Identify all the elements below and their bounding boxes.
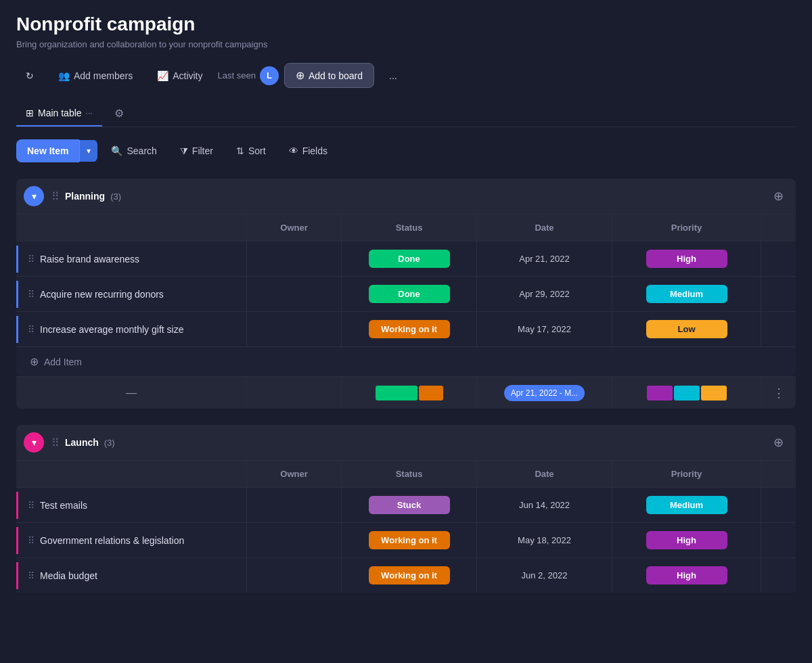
row-actions-cell xyxy=(761,523,796,557)
col-header-priority: Priority xyxy=(612,461,761,487)
row-owner-cell xyxy=(246,523,341,557)
row-drag-handle[interactable]: ⠿ xyxy=(28,535,35,546)
priority-badge[interactable]: High xyxy=(646,566,727,585)
launch-toggle[interactable]: ▾ xyxy=(16,432,51,453)
launch-section-header: ▾ ⠿ Launch (3) ⊕ xyxy=(16,425,796,460)
launch-drag-handle[interactable]: ⠿ xyxy=(51,436,60,449)
col-header-add xyxy=(761,214,796,241)
action-bar: New Item ▾ 🔍 Search ⧩ Filter ⇅ Sort 👁 Fi… xyxy=(16,139,796,162)
planning-collapse-button[interactable]: ▾ xyxy=(24,186,44,206)
row-status-cell[interactable]: Stuck xyxy=(341,488,476,522)
add-item-label: Add Item xyxy=(44,357,82,367)
row-actions-cell xyxy=(761,312,796,346)
fields-button[interactable]: 👁 Fields xyxy=(279,140,337,162)
status-badge[interactable]: Stuck xyxy=(369,496,450,514)
row-status-cell[interactable]: Working on it xyxy=(341,523,476,557)
status-badge[interactable]: Working on it xyxy=(369,531,450,549)
summary-more-button[interactable]: ⋮ xyxy=(767,383,790,403)
row-status-cell[interactable]: Working on it xyxy=(341,312,476,346)
activity-button[interactable]: 📈 Activity xyxy=(148,65,212,87)
row-status-cell[interactable]: Done xyxy=(341,242,476,276)
summary-date-cell: Apr 21, 2022 - M... xyxy=(476,377,612,409)
date-range-badge: Apr 21, 2022 - M... xyxy=(504,385,585,401)
row-drag-handle[interactable]: ⠿ xyxy=(28,570,35,581)
planning-name: Planning xyxy=(65,191,105,202)
row-owner-cell xyxy=(246,312,341,346)
row-priority-cell[interactable]: Low xyxy=(612,312,761,346)
add-to-board-button[interactable]: ⊕ Add to board xyxy=(284,63,374,88)
status-badge[interactable]: Working on it xyxy=(369,320,450,338)
row-priority-cell[interactable]: High xyxy=(612,523,761,557)
new-item-dropdown-button[interactable]: ▾ xyxy=(79,140,97,162)
last-seen-label: Last seen xyxy=(218,70,256,81)
status-badge[interactable]: Done xyxy=(369,250,450,268)
activity-icon: 📈 xyxy=(157,70,168,81)
summary-priority-bars xyxy=(647,386,727,401)
row-owner-cell xyxy=(246,488,341,522)
row-name-cell: ⠿ Media budget xyxy=(16,562,246,589)
status-badge[interactable]: Done xyxy=(369,285,450,303)
priority-badge[interactable]: Low xyxy=(646,320,727,338)
page-title: Nonprofit campaign xyxy=(16,14,796,35)
row-status-cell[interactable]: Working on it xyxy=(341,558,476,593)
table-row: ⠿ Test emails Stuck Jun 14, 2022 Medium xyxy=(16,487,796,522)
filter-button[interactable]: ⧩ Filter xyxy=(171,140,223,162)
table-icon: ⊞ xyxy=(26,108,34,118)
row-status-cell[interactable]: Done xyxy=(341,277,476,311)
priority-badge[interactable]: High xyxy=(646,531,727,549)
new-item-main-button[interactable]: New Item xyxy=(16,139,79,162)
search-button[interactable]: 🔍 Search xyxy=(102,140,166,162)
top-toolbar: ↻ 👥 Add members 📈 Activity Last seen L ⊕… xyxy=(16,63,796,88)
launch-add-col[interactable]: ⊕ xyxy=(761,432,796,453)
planning-drag-handle[interactable]: ⠿ xyxy=(51,190,60,203)
row-priority-cell[interactable]: Medium xyxy=(612,488,761,522)
priority-badge[interactable]: Medium xyxy=(646,496,727,514)
planning-add-col[interactable]: ⊕ xyxy=(761,186,796,206)
row-name-cell: ⠿ Raise brand awareness xyxy=(16,246,246,273)
date-value: May 17, 2022 xyxy=(518,324,571,334)
priority-badge[interactable]: Medium xyxy=(646,285,727,303)
table-row: ⠿ Government relations & legislation Wor… xyxy=(16,522,796,557)
new-item-button-group[interactable]: New Item ▾ xyxy=(16,139,97,162)
more-options-button[interactable]: ... xyxy=(380,65,407,87)
page-subtitle: Bring organization and collaboration to … xyxy=(16,39,796,49)
date-value: Apr 21, 2022 xyxy=(519,254,569,264)
row-drag-handle[interactable]: ⠿ xyxy=(28,289,35,300)
row-name: Acquire new recurring donors xyxy=(40,289,164,300)
table-row: ⠿ Media budget Working on it Jun 2, 2022… xyxy=(16,557,796,593)
launch-collapse-button[interactable]: ▾ xyxy=(24,432,44,453)
summary-more-cell[interactable]: ⋮ xyxy=(761,377,796,409)
refresh-button[interactable]: ↻ xyxy=(16,65,43,87)
row-drag-handle[interactable]: ⠿ xyxy=(28,324,35,335)
add-members-button[interactable]: 👥 Add members xyxy=(49,65,142,87)
row-actions-cell xyxy=(761,488,796,522)
planning-section: ▾ ⠿ Planning (3) ⊕ Owner Status Date Pri… xyxy=(16,179,796,409)
add-item-icon: ⊕ xyxy=(30,355,39,368)
row-name: Increase average monthly gift size xyxy=(40,324,183,335)
tab-main-table[interactable]: ⊞ Main table ··· xyxy=(16,101,102,127)
planning-add-column-button[interactable]: ⊕ xyxy=(768,186,789,206)
add-item-row[interactable]: ⊕ Add Item xyxy=(16,346,796,376)
col-header-status: Status xyxy=(341,214,476,241)
row-priority-cell[interactable]: Medium xyxy=(612,277,761,311)
row-drag-handle[interactable]: ⠿ xyxy=(28,254,35,265)
row-owner-cell xyxy=(246,242,341,276)
table-row: ⠿ Acquire new recurring donors Done Apr … xyxy=(16,276,796,311)
row-actions-cell xyxy=(761,558,796,593)
launch-add-column-button[interactable]: ⊕ xyxy=(768,432,789,453)
launch-col-headers: Owner Status Date Priority xyxy=(16,460,796,487)
status-badge[interactable]: Working on it xyxy=(369,566,450,585)
settings-button[interactable]: ⚙ xyxy=(108,100,131,127)
sort-button[interactable]: ⇅ Sort xyxy=(227,140,275,162)
row-drag-handle[interactable]: ⠿ xyxy=(28,500,35,511)
launch-count: (3) xyxy=(104,438,115,448)
launch-name: Launch xyxy=(65,437,99,448)
planning-toggle[interactable]: ▾ xyxy=(16,186,51,206)
row-priority-cell[interactable]: High xyxy=(612,558,761,593)
col-header-add xyxy=(761,461,796,487)
priority-badge[interactable]: High xyxy=(646,250,727,268)
col-header-priority: Priority xyxy=(612,214,761,241)
date-value: Apr 29, 2022 xyxy=(519,289,569,299)
summary-bar-high xyxy=(647,386,673,401)
row-priority-cell[interactable]: High xyxy=(612,242,761,276)
